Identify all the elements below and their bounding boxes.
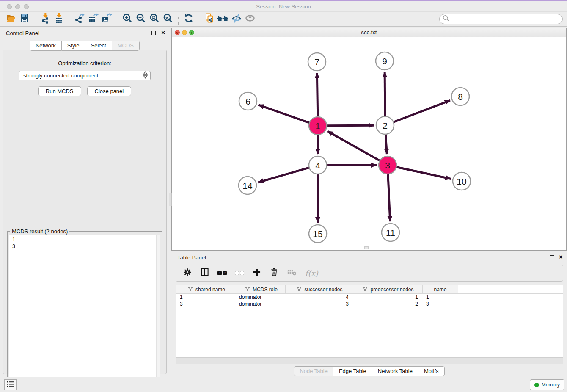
open-session-button[interactable] [4, 13, 18, 25]
import-network-button[interactable] [39, 13, 52, 25]
tab-style[interactable]: Style [62, 41, 85, 51]
table-cell[interactable]: 1 [354, 294, 423, 301]
network-canvas[interactable]: 7968124314101511 [172, 37, 566, 250]
column-type-icon [297, 286, 302, 293]
column-header-predecessor-nodes[interactable]: predecessor nodes [354, 285, 423, 293]
graph-node-label: 7 [314, 57, 319, 67]
result-scrollbar[interactable] [156, 235, 160, 392]
table-cell[interactable]: 3 [176, 301, 237, 307]
zoom-fit-button[interactable] [148, 13, 161, 25]
float-panel-icon[interactable] [151, 31, 156, 35]
table-cell[interactable]: 2 [354, 301, 423, 307]
tab-motifs[interactable]: Motifs [418, 366, 445, 376]
network-window-titlebar[interactable]: x − + scc.txt [172, 28, 566, 37]
run-mcds-button[interactable]: Run MCDS [38, 86, 81, 96]
show-columns-button[interactable] [200, 268, 209, 279]
function-builder-button[interactable]: f(x) [305, 269, 318, 278]
import-table-button[interactable] [52, 13, 66, 25]
tab-select[interactable]: Select [85, 41, 112, 51]
global-search-field[interactable] [439, 14, 563, 24]
zoom-selected-button[interactable] [161, 13, 175, 25]
tab-mcds[interactable]: MCDS [112, 41, 140, 51]
close-window-button[interactable] [7, 4, 12, 9]
close-table-panel-icon[interactable]: × [559, 254, 563, 260]
table-cell[interactable]: dominator [237, 294, 286, 301]
tab-edge-table[interactable]: Edge Table [333, 366, 372, 376]
close-panel-button[interactable]: Close panel [87, 86, 132, 96]
graph-edge-1-7[interactable] [317, 73, 317, 117]
table-panel: Table Panel × ✓✓ f(x) shared nameMCDS ro… [171, 252, 567, 376]
column-header-name[interactable]: name [423, 285, 458, 293]
tab-network[interactable]: Network [30, 41, 62, 51]
tab-network-table[interactable]: Network Table [372, 366, 418, 376]
graph-edge-4-14[interactable] [258, 168, 309, 182]
table-cell[interactable]: 1 [176, 294, 237, 301]
graph-node-label: 4 [315, 160, 320, 170]
maximize-window-button[interactable] [24, 4, 29, 9]
network-window-controls: x − + [175, 30, 194, 35]
column-header-successor-nodes[interactable]: successor nodes [286, 285, 354, 293]
graph-edge-3-1[interactable] [328, 131, 380, 161]
zoom-fit-icon [149, 13, 160, 25]
graph-edge-3-11[interactable] [388, 174, 390, 221]
memory-button[interactable]: Memory [530, 379, 564, 390]
delete-table-button[interactable] [287, 268, 297, 279]
hide-selected-button[interactable] [230, 13, 243, 25]
search-input[interactable] [450, 15, 560, 23]
search-icon [442, 14, 450, 24]
zoom-in-button[interactable] [121, 13, 134, 25]
export-network-icon [74, 13, 85, 25]
graph-edge-1-2[interactable] [327, 125, 374, 126]
export-image-button[interactable] [100, 13, 113, 25]
column-header-shared-name[interactable]: shared name [176, 285, 237, 293]
close-panel-icon[interactable]: × [161, 29, 165, 36]
criterion-label: Optimization criterion: [3, 60, 166, 66]
graph-node-label: 11 [386, 228, 395, 237]
minimize-window-button[interactable] [15, 4, 20, 9]
table-cell[interactable]: 1 [423, 294, 458, 301]
task-history-button[interactable] [4, 379, 17, 390]
table-cell[interactable]: dominator [237, 301, 286, 307]
graph-edge-2-3[interactable] [385, 134, 387, 154]
gear-icon [183, 268, 192, 279]
plus-icon [252, 268, 261, 279]
table-cell[interactable]: 3 [286, 301, 354, 307]
close-view-button[interactable]: x [175, 30, 180, 35]
checked-box-icon: ✓ [223, 271, 227, 275]
select-all-button[interactable]: ✓✓ [217, 271, 227, 275]
graph-edge-3-10[interactable] [396, 167, 451, 179]
table-row[interactable]: 1dominator411 [176, 294, 563, 301]
mcds-result-lines: 1 3 [12, 236, 160, 250]
graph-node-label: 2 [383, 121, 388, 130]
table-cell[interactable]: 4 [286, 294, 354, 301]
save-session-button[interactable] [18, 13, 31, 25]
tab-node-table[interactable]: Node Table [294, 366, 333, 376]
mcds-panel: Optimization criterion: strongly connect… [3, 50, 167, 374]
refresh-button[interactable] [182, 13, 195, 25]
minimize-view-button[interactable]: − [182, 30, 187, 35]
export-network-button[interactable] [73, 13, 86, 25]
splitter-grip[interactable] [169, 193, 172, 206]
open-folder-icon [6, 13, 17, 25]
graph-edge-1-6[interactable] [259, 105, 310, 123]
float-table-panel-icon[interactable] [550, 255, 554, 259]
canvas-resize-grip[interactable] [364, 246, 369, 249]
table-settings-button[interactable] [183, 268, 192, 279]
graph-edge-2-8[interactable] [394, 100, 450, 122]
add-column-button[interactable] [252, 268, 261, 279]
mcds-result-textarea[interactable]: 1 3 [9, 235, 160, 392]
graph-edge-2-9[interactable] [385, 72, 385, 116]
duplicate-network-button[interactable] [203, 13, 216, 25]
export-table-button[interactable] [86, 13, 100, 25]
home-view-button[interactable] [216, 13, 230, 25]
table-cell[interactable]: 3 [423, 301, 458, 307]
maximize-view-button[interactable]: + [189, 30, 194, 35]
toggle-visibility-button[interactable] [243, 13, 257, 25]
delete-columns-button[interactable] [270, 268, 279, 279]
column-header-MCDS-role[interactable]: MCDS role [237, 285, 286, 293]
criterion-dropdown[interactable]: strongly connected component [19, 71, 151, 80]
table-row[interactable]: 3dominator323 [176, 301, 563, 307]
graph-node-label: 8 [458, 92, 463, 102]
deselect-all-button[interactable] [235, 271, 244, 275]
zoom-out-button[interactable] [134, 13, 148, 25]
